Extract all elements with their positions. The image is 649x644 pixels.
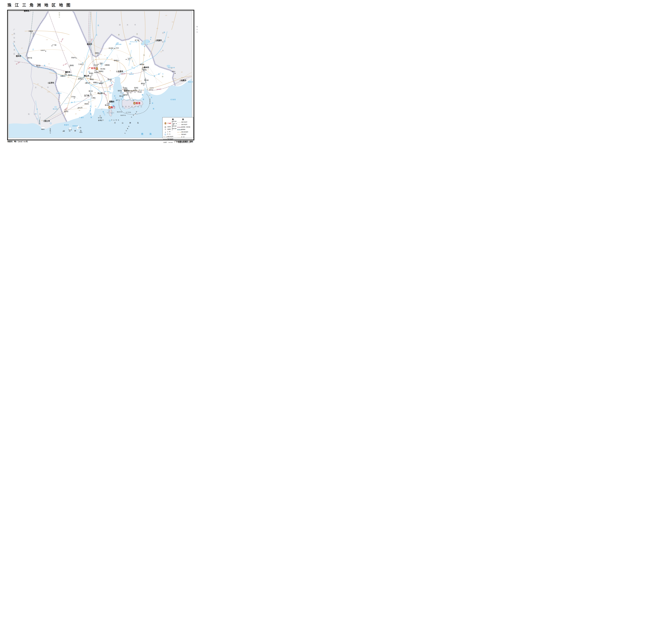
legend-desc: 县级行政区界 [181, 124, 187, 125]
legend-desc: 省级行政区界 [167, 136, 173, 137]
legend-item-省级行政区界: 省级行政区界 [163, 135, 177, 138]
legend-symbol-prefecture [163, 126, 167, 128]
legend-item-地级行政区界: 地级行政区界 [177, 121, 192, 123]
legend-desc: 县级行政中心 [172, 128, 177, 130]
legend-desc: 国道及编号 [181, 134, 186, 135]
legend-desc: 地级行政中心 [172, 126, 177, 128]
legend-item-特别行政区界: 特别行政区界 [163, 138, 177, 140]
legend-name: 深圳市 [167, 126, 172, 128]
legend-name: 宝安区 [167, 128, 172, 130]
legend-item-深圳市: 深圳市地级行政中心 [163, 126, 177, 128]
legend-symbol-airport: ✈ [163, 133, 167, 135]
legend-symbol-prefb [177, 121, 181, 123]
legend-left-column: 广州市省级行政中心（香港、澳门同）深圳市地级行政中心宝安区县级行政中心▲山 峰✈… [163, 121, 177, 140]
legend-item-国道及编号: 325国道及编号 [177, 133, 192, 136]
region-label-梅州市: 梅州市 [196, 26, 198, 34]
legend-symbol-nat: 325 [177, 133, 181, 136]
legend-symbol-rail [177, 128, 181, 131]
legend-desc: 山 峰 [167, 131, 170, 132]
legend-title: 图 例 [163, 118, 192, 121]
legend-symbol-exp: G15 [177, 131, 181, 133]
legend-item-县级行政区界: 县级行政区界 [177, 124, 192, 126]
legend-desc: 机 场 [167, 134, 170, 135]
legend-symbol-prov [177, 136, 181, 138]
legend-symbol-sarb [163, 138, 167, 140]
legend-item-宝安区: 宝安区县级行政中心 [163, 128, 177, 130]
approval-number: 审图号：粤S（2018）011号 [7, 140, 28, 143]
legend-desc: 高速铁路、城际铁路 [181, 127, 190, 128]
legend-item-省 道: 省 道 [177, 136, 192, 138]
legend-symbol-cntyb [177, 124, 181, 126]
legend-symbol-peak: ▲ [163, 131, 167, 133]
legend-item-普通铁路: 普通铁路 [177, 128, 192, 131]
legend-name: 广州市 [167, 122, 172, 124]
legend-symbol-capital [163, 122, 167, 125]
legend-desc: 省级行政中心（香港、澳门同） [172, 121, 177, 126]
legend-item-广州市: 广州市省级行政中心（香港、澳门同） [163, 121, 177, 126]
page-title: 珠 江 三 角 洲 地 区 地 图 [7, 2, 72, 8]
legend-desc: 高速公路及编号 [181, 132, 188, 133]
legend-desc: 普通铁路 [181, 129, 185, 130]
map-sheet: 珠 江 三 角 洲 地 区 地 图 [0, 0, 201, 145]
legend-item-山 峰: ▲山 峰 [163, 131, 177, 133]
legend: 图 例 广州市省级行政中心（香港、澳门同）深圳市地级行政中心宝安区县级行政中心▲… [162, 117, 193, 138]
legend-item-高速公路及编号: G15高速公路及编号 [177, 131, 192, 133]
legend-symbol-hsr [177, 126, 181, 128]
legend-right-column: 地级行政区界县级行政区界高速铁路、城际铁路普通铁路G15高速公路及编号325国道… [177, 121, 192, 140]
legend-desc: 特别行政区界 [167, 139, 173, 140]
legend-symbol-county [163, 128, 167, 130]
legend-desc: 地级行政区界 [181, 122, 187, 123]
legend-desc: 省 道 [181, 136, 184, 138]
publisher-credit: 广东省国土资源厅 监制 [174, 140, 193, 143]
legend-scale: 比例尺1:900 000 [163, 141, 173, 143]
legend-item-高速铁路、城际铁路: 高速铁路、城际铁路 [177, 126, 192, 128]
legend-symbol-provb [163, 135, 167, 138]
scale-value: 1:900 000 [168, 142, 173, 143]
legend-item-机 场: ✈机 场 [163, 133, 177, 135]
